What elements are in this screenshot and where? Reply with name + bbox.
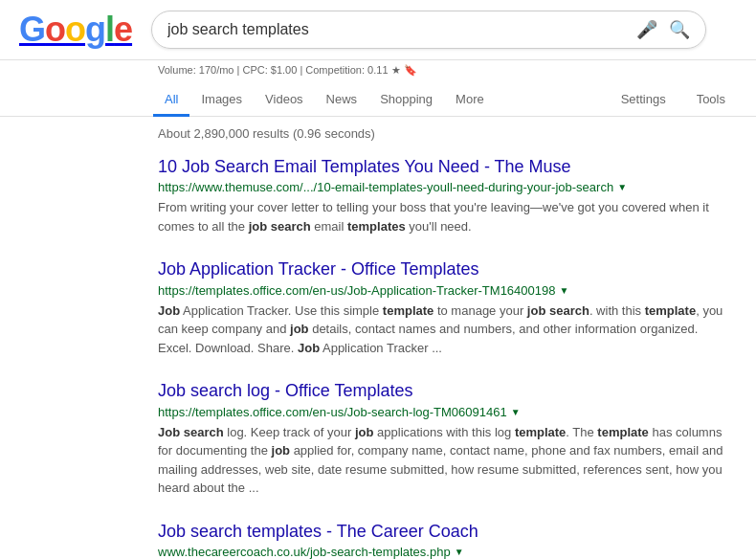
result-title[interactable]: Job search log - Office Templates bbox=[158, 381, 412, 400]
logo-letter-g2: g bbox=[85, 10, 105, 49]
logo-letter-l: l bbox=[105, 10, 114, 49]
result-item: Job Application Tracker - Office Templat… bbox=[158, 258, 732, 357]
result-url-row: https://templates.office.com/en-us/Job-A… bbox=[158, 283, 732, 298]
result-url: https://templates.office.com/en-us/Job-s… bbox=[158, 405, 507, 419]
google-logo[interactable]: Google bbox=[19, 10, 151, 50]
tab-images[interactable]: Images bbox=[189, 84, 254, 117]
nav-tabs: All Images Videos News Shopping More Set… bbox=[0, 78, 756, 117]
microphone-icon[interactable]: 🎤 bbox=[636, 19, 657, 40]
search-input[interactable] bbox=[167, 21, 636, 38]
tab-shopping[interactable]: Shopping bbox=[368, 84, 444, 117]
tab-news[interactable]: News bbox=[315, 84, 369, 117]
search-icons: 🎤 🔍 bbox=[636, 19, 690, 40]
search-icon[interactable]: 🔍 bbox=[669, 19, 690, 40]
header: Google 🎤 🔍 bbox=[0, 0, 756, 60]
result-title[interactable]: Job Application Tracker - Office Templat… bbox=[158, 259, 479, 279]
volume-info-bar: Volume: 170/mo | CPC: $1.00 | Competitio… bbox=[158, 60, 756, 78]
logo-letter-o1: o bbox=[45, 10, 65, 49]
result-url: https://www.themuse.com/.../10-email-tem… bbox=[158, 180, 613, 194]
results-area: About 2,890,000 results (0.96 seconds) 1… bbox=[0, 117, 756, 559]
tab-more[interactable]: More bbox=[444, 84, 496, 117]
tab-videos[interactable]: Videos bbox=[254, 84, 315, 117]
tab-all[interactable]: All bbox=[153, 84, 189, 117]
dropdown-arrow-icon[interactable]: ▼ bbox=[617, 182, 627, 192]
result-url: www.thecareercoach.co.uk/job-search-temp… bbox=[158, 545, 451, 559]
result-url-row: https://www.themuse.com/.../10-email-tem… bbox=[158, 180, 732, 194]
volume-info-text: Volume: 170/mo | CPC: $1.00 | Competitio… bbox=[158, 64, 417, 76]
search-bar: 🎤 🔍 bbox=[151, 11, 706, 49]
result-snippet: Job Application Tracker. Use this simple… bbox=[158, 302, 732, 358]
logo-letter-o2: o bbox=[65, 10, 85, 49]
result-item: Job search templates - The Career Coach … bbox=[158, 521, 732, 559]
tab-tools[interactable]: Tools bbox=[685, 84, 737, 117]
logo-text: Google bbox=[19, 10, 132, 50]
logo-letter-e: e bbox=[114, 10, 132, 49]
results-count: About 2,890,000 results (0.96 seconds) bbox=[158, 126, 737, 141]
result-snippet: Job search log. Keep track of your job a… bbox=[158, 423, 732, 498]
dropdown-arrow-icon[interactable]: ▼ bbox=[559, 285, 568, 296]
logo-letter-g: G bbox=[19, 10, 45, 49]
result-snippet: From writing your cover letter to tellin… bbox=[158, 198, 732, 235]
result-url: https://templates.office.com/en-us/Job-A… bbox=[158, 283, 555, 298]
result-url-row: https://templates.office.com/en-us/Job-s… bbox=[158, 405, 732, 419]
dropdown-arrow-icon[interactable]: ▼ bbox=[511, 407, 521, 417]
dropdown-arrow-icon[interactable]: ▼ bbox=[455, 547, 464, 557]
result-url-row: www.thecareercoach.co.uk/job-search-temp… bbox=[158, 545, 732, 559]
search-bar-wrapper: 🎤 🔍 bbox=[151, 11, 706, 49]
result-title[interactable]: 10 Job Search Email Templates You Need -… bbox=[158, 157, 571, 176]
result-item: 10 Job Search Email Templates You Need -… bbox=[158, 156, 732, 235]
nav-right: Settings Tools bbox=[610, 84, 737, 116]
result-item: Job search log - Office Templates https:… bbox=[158, 380, 732, 497]
tab-settings[interactable]: Settings bbox=[610, 84, 678, 117]
result-title[interactable]: Job search templates - The Career Coach bbox=[158, 522, 478, 541]
